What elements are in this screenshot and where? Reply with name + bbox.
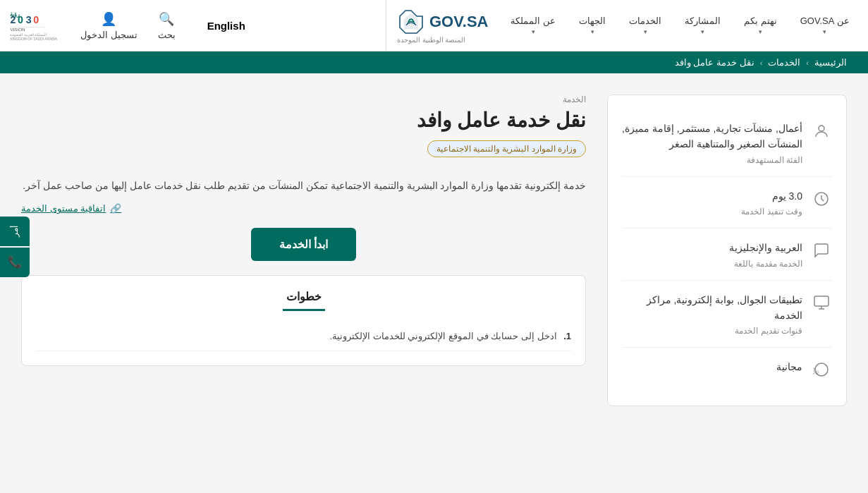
- govsa-sub-text: المنصة الوطنية الموحدة: [397, 36, 466, 44]
- svg-text:0: 0: [18, 14, 23, 25]
- sidebar-target-section: أعمال, منشآت تجارية, مستثمر, إقامة مميزة…: [622, 109, 832, 177]
- menu-label-participation: المشاركة: [685, 16, 721, 26]
- sidebar-target-content: أعمال, منشآت تجارية, مستثمر, إقامة مميزة…: [622, 121, 802, 165]
- vision-logo: رؤية 2 0 3 0 VISION المملكة العربية السع…: [7, 5, 71, 47]
- sidebar-channels-text: تطبيقات الجوال, بوابة إلكترونية, مراكز ا…: [622, 292, 802, 324]
- govsa-main-text: GOV.SA: [429, 13, 489, 31]
- clock-icon: [811, 188, 832, 209]
- sidebar-time-text: 3.0 يوم: [622, 188, 802, 204]
- user-login-icon: 👤: [101, 11, 116, 27]
- phone-icon: 📞: [8, 255, 22, 269]
- chevron-down-icon-3: ▾: [701, 28, 704, 35]
- sidebar-time-label: وقت تنفيذ الخدمة: [622, 207, 802, 217]
- agreement-link[interactable]: 🔗 اتفاقية مستوى الخدمة: [21, 203, 586, 214]
- menu-label-kingdom: عن المملكة: [511, 16, 556, 26]
- sidebar-time-section: 3.0 يوم وقت تنفيذ الخدمة: [622, 177, 832, 229]
- sidebar-language-text: العربية والإنجليزية: [622, 240, 802, 255]
- sidebar-language-content: العربية والإنجليزية الخدمة مقدمة باللغة: [622, 240, 802, 268]
- svg-text:KINGDOM OF SAUDI ARABIA: KINGDOM OF SAUDI ARABIA: [10, 37, 57, 41]
- menu-item-participation[interactable]: المشاركة ▾: [673, 0, 732, 51]
- step-text-1: ادخل إلى حسابك في الموقع الإلكتروني للخد…: [330, 331, 557, 341]
- service-title: نقل خدمة عامل وافد: [21, 109, 586, 132]
- external-link-icon: 🔗: [110, 203, 121, 214]
- menu-item-care[interactable]: نهتم بكم ▾: [732, 0, 788, 51]
- command-float-button[interactable]: أمر: [0, 217, 30, 246]
- agreement-link-text: اتفاقية مستوى الخدمة: [21, 203, 106, 214]
- screen-icon: [811, 292, 832, 313]
- steps-section: خطوات 1. ادخل إلى حسابك في الموقع الإلكت…: [21, 275, 586, 365]
- breadcrumb-services[interactable]: الخدمات: [768, 57, 800, 68]
- start-button-area: ابدأ الخدمة: [21, 228, 586, 261]
- english-label: English: [207, 20, 245, 32]
- search-label: بحث: [158, 30, 176, 40]
- header-right-nav: عن GOV.SA ▾ نهتم بكم ▾ المشاركة ▾ الخدما…: [386, 0, 861, 51]
- breadcrumb: الرئيسية › الخدمات › نقل خدمة عامل وافد: [0, 51, 868, 73]
- svg-text:2: 2: [10, 14, 16, 25]
- svg-rect-12: [814, 296, 829, 306]
- sidebar-channels-content: تطبيقات الجوال, بوابة إلكترونية, مراكز ا…: [622, 292, 802, 336]
- login-label: تسجيل الدخول: [80, 30, 137, 40]
- svg-text:0: 0: [33, 14, 39, 25]
- phone-float-button[interactable]: 📞: [0, 248, 30, 277]
- chevron-down-icon-6: ▾: [532, 28, 535, 35]
- sidebar-target-text: أعمال, منشآت تجارية, مستثمر, إقامة مميزة…: [622, 121, 802, 152]
- header-left-nav: 👤 تسجيل الدخول 🔍 بحث English: [71, 0, 386, 51]
- ministry-badge: وزارة الموارد البشرية والتنمية الاجتماعي…: [427, 140, 586, 157]
- menu-label-services: الخدمات: [629, 16, 661, 26]
- sidebar-channels-section: تطبيقات الجوال, بوابة إلكترونية, مراكز ا…: [622, 281, 832, 348]
- search-icon: 🔍: [159, 11, 174, 27]
- sidebar-language-section: العربية والإنجليزية الخدمة مقدمة باللغة: [622, 229, 832, 280]
- breadcrumb-home[interactable]: الرئيسية: [814, 57, 847, 68]
- search-nav-item[interactable]: 🔍 بحث: [148, 0, 186, 51]
- menu-item-services[interactable]: الخدمات ▾: [617, 0, 673, 51]
- steps-header: خطوات: [36, 290, 571, 303]
- float-side-buttons: أمر 📞: [0, 217, 30, 277]
- service-label: الخدمة: [21, 95, 586, 104]
- sidebar-target-label: الفئة المستهدفة: [622, 155, 802, 165]
- main-content: أعمال, منشآت تجارية, مستثمر, إقامة مميزة…: [0, 73, 868, 420]
- chevron-down-icon-2: ▾: [759, 28, 762, 35]
- breadcrumb-sep-2: ›: [760, 59, 763, 67]
- menu-item-kingdom[interactable]: عن المملكة ▾: [499, 0, 567, 51]
- breadcrumb-sep-1: ›: [806, 59, 809, 67]
- govsa-emblem-icon: [397, 8, 425, 36]
- menu-item-entities[interactable]: الجهات ▾: [567, 0, 617, 51]
- svg-text:3: 3: [26, 14, 32, 25]
- login-nav-item[interactable]: 👤 تسجيل الدخول: [71, 0, 148, 51]
- svg-text:VISION: VISION: [10, 26, 25, 31]
- sidebar-cost-section: ﷼ مجانية: [622, 348, 832, 391]
- menu-label-govsa: عن GOV.SA: [800, 16, 850, 26]
- sidebar-language-label: الخدمة مقدمة باللغة: [622, 259, 802, 269]
- start-service-button[interactable]: ابدأ الخدمة: [251, 228, 356, 261]
- chevron-down-icon-5: ▾: [591, 28, 594, 35]
- riyal-icon: ﷼: [811, 359, 832, 380]
- sidebar-cost-content: مجانية: [622, 359, 802, 377]
- sidebar-cost-text: مجانية: [622, 359, 802, 375]
- menu-item-govsa[interactable]: عن GOV.SA ▾: [788, 0, 861, 51]
- step-item-1: 1. ادخل إلى حسابك في الموقع الإلكتروني ل…: [36, 322, 571, 351]
- steps-underline: [283, 309, 325, 311]
- user-icon: [811, 121, 832, 142]
- svg-point-10: [819, 126, 824, 131]
- step-number-1: 1.: [563, 331, 571, 341]
- command-icon: أمر: [10, 226, 20, 237]
- menu-label-care: نهتم بكم: [744, 16, 777, 26]
- service-panel: الخدمة نقل خدمة عامل وافد وزارة الموارد …: [21, 95, 586, 406]
- chevron-down-icon: ▾: [823, 28, 826, 35]
- chat-icon: [811, 240, 832, 261]
- menu-label-entities: الجهات: [579, 16, 606, 26]
- service-description: خدمة إلكترونية تقدمها وزارة الموارد البش…: [21, 177, 586, 195]
- sidebar-time-content: 3.0 يوم وقت تنفيذ الخدمة: [622, 188, 802, 217]
- govsa-logo: GOV.SA المنصة الوطنية الموحدة: [386, 0, 499, 51]
- english-nav-item[interactable]: English: [186, 0, 267, 51]
- site-header: رؤية 2 0 3 0 VISION المملكة العربية السع…: [0, 0, 868, 51]
- breadcrumb-current: نقل خدمة عامل وافد: [675, 57, 754, 68]
- chevron-down-icon-4: ▾: [644, 28, 647, 35]
- sidebar-channels-label: قنوات تقديم الخدمة: [622, 326, 802, 336]
- svg-text:﷼: ﷼: [813, 366, 819, 375]
- service-sidebar: أعمال, منشآت تجارية, مستثمر, إقامة مميزة…: [607, 95, 847, 406]
